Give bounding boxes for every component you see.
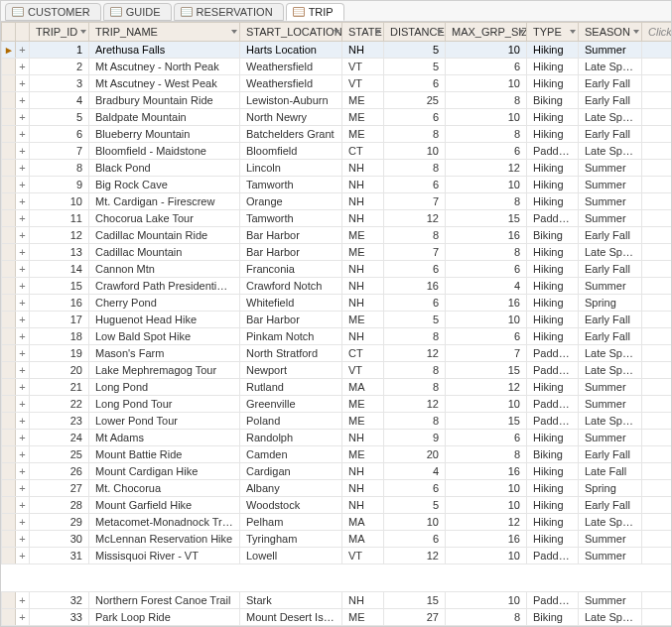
cell-type[interactable]: Hiking xyxy=(527,328,579,345)
tab-customer[interactable]: CUSTOMER xyxy=(5,3,101,21)
record-selector[interactable] xyxy=(2,514,16,531)
cell-state[interactable]: ME xyxy=(342,227,384,244)
table-row[interactable]: +9Big Rock CaveTamworthNH610HikingSummer xyxy=(2,177,673,193)
cell-max-grp-size[interactable]: 12 xyxy=(446,514,527,531)
record-selector[interactable] xyxy=(2,75,16,92)
cell-start-location[interactable]: Bloomfield xyxy=(240,143,342,160)
cell-state[interactable]: CT xyxy=(342,345,384,362)
cell-distance[interactable]: 5 xyxy=(384,312,446,328)
cell-click-to-add[interactable] xyxy=(642,75,673,92)
cell-state[interactable]: MA xyxy=(342,379,384,396)
cell-trip-id[interactable]: 20 xyxy=(30,362,89,379)
cell-distance[interactable]: 6 xyxy=(384,480,446,497)
expand-button[interactable]: + xyxy=(16,463,30,480)
cell-start-location[interactable]: Cardigan xyxy=(240,463,342,480)
cell-start-location[interactable]: Harts Location xyxy=(240,42,342,59)
cell-state[interactable]: ME xyxy=(342,109,384,126)
expand-button[interactable]: + xyxy=(16,592,30,609)
col-trip-name[interactable]: TRIP_NAME xyxy=(89,23,240,42)
record-selector[interactable] xyxy=(2,548,16,564)
record-selector[interactable] xyxy=(2,531,16,548)
cell-type[interactable]: Biking xyxy=(527,227,579,244)
cell-start-location[interactable]: Franconia xyxy=(240,261,342,278)
cell-start-location[interactable]: Poland xyxy=(240,413,342,430)
cell-state[interactable]: NH xyxy=(342,42,384,59)
cell-trip-name[interactable]: Mount Garfield Hike xyxy=(89,497,240,514)
cell-type[interactable]: Hiking xyxy=(527,497,579,514)
cell-max-grp-size[interactable]: 8 xyxy=(446,609,527,626)
expand-button[interactable]: + xyxy=(16,548,30,564)
cell-season[interactable]: Late Spring xyxy=(579,362,642,379)
col-click-to-add[interactable]: Click to Add xyxy=(642,23,673,42)
expand-button[interactable]: + xyxy=(16,480,30,497)
cell-trip-name[interactable]: Long Pond Tour xyxy=(89,396,240,413)
cell-state[interactable]: MA xyxy=(342,531,384,548)
cell-trip-id[interactable]: 31 xyxy=(30,548,89,564)
cell-start-location[interactable]: Randolph xyxy=(240,430,342,446)
record-selector[interactable] xyxy=(2,497,16,514)
cell-type[interactable]: Paddling xyxy=(527,592,579,609)
cell-distance[interactable]: 10 xyxy=(384,143,446,160)
expand-button[interactable]: + xyxy=(16,143,30,160)
cell-click-to-add[interactable] xyxy=(642,609,673,626)
cell-trip-id[interactable]: 3 xyxy=(30,75,89,92)
cell-start-location[interactable]: Pinkam Notch xyxy=(240,328,342,345)
cell-trip-name[interactable]: Mt. Cardigan - Firescrew xyxy=(89,193,240,210)
cell-start-location[interactable]: Albany xyxy=(240,480,342,497)
cell-season[interactable]: Summer xyxy=(579,210,642,227)
cell-type[interactable]: Paddling xyxy=(527,345,579,362)
cell-type[interactable]: Paddling xyxy=(527,210,579,227)
record-selector[interactable] xyxy=(2,109,16,126)
cell-trip-name[interactable]: Long Pond xyxy=(89,379,240,396)
cell-trip-name[interactable]: Big Rock Cave xyxy=(89,177,240,193)
cell-max-grp-size[interactable]: 7 xyxy=(446,345,527,362)
cell-type[interactable]: Hiking xyxy=(527,278,579,295)
cell-trip-id[interactable]: 26 xyxy=(30,463,89,480)
record-selector[interactable] xyxy=(2,126,16,143)
expand-button[interactable]: + xyxy=(16,430,30,446)
cell-type[interactable]: Hiking xyxy=(527,75,579,92)
cell-state[interactable]: ME xyxy=(342,92,384,109)
cell-season[interactable]: Late Spring xyxy=(579,244,642,261)
cell-state[interactable]: ME xyxy=(342,312,384,328)
cell-trip-id[interactable]: 32 xyxy=(30,592,89,609)
cell-max-grp-size[interactable]: 6 xyxy=(446,143,527,160)
cell-trip-id[interactable]: 15 xyxy=(30,278,89,295)
cell-trip-name[interactable]: Bloomfield - Maidstone xyxy=(89,143,240,160)
cell-season[interactable]: Late Spring xyxy=(579,59,642,75)
cell-type[interactable]: Paddling xyxy=(527,413,579,430)
cell-distance[interactable]: 5 xyxy=(384,42,446,59)
cell-max-grp-size[interactable]: 8 xyxy=(446,244,527,261)
record-selector[interactable] xyxy=(2,177,16,193)
cell-click-to-add[interactable] xyxy=(642,430,673,446)
cell-trip-id[interactable]: 9 xyxy=(30,177,89,193)
cell-max-grp-size[interactable]: 6 xyxy=(446,59,527,75)
cell-trip-id[interactable]: 21 xyxy=(30,379,89,396)
cell-distance[interactable]: 6 xyxy=(384,75,446,92)
cell-type[interactable]: Paddling xyxy=(527,548,579,564)
table-row[interactable]: +13Cadillac MountainBar HarborME78Hiking… xyxy=(2,244,673,261)
cell-max-grp-size[interactable]: 10 xyxy=(446,497,527,514)
cell-season[interactable]: Late Spring xyxy=(579,609,642,626)
cell-state[interactable]: NH xyxy=(342,328,384,345)
cell-start-location[interactable]: Tyringham xyxy=(240,531,342,548)
cell-distance[interactable]: 9 xyxy=(384,430,446,446)
table-row[interactable]: +16Cherry PondWhitefieldNH616HikingSprin… xyxy=(2,295,673,312)
cell-click-to-add[interactable] xyxy=(642,362,673,379)
col-max-grp-size[interactable]: MAX_GRP_SIZE xyxy=(446,23,527,42)
cell-trip-id[interactable]: 11 xyxy=(30,210,89,227)
expand-button[interactable]: + xyxy=(16,345,30,362)
cell-distance[interactable]: 6 xyxy=(384,177,446,193)
cell-max-grp-size[interactable]: 16 xyxy=(446,531,527,548)
cell-click-to-add[interactable] xyxy=(642,227,673,244)
table-row[interactable]: +26Mount Cardigan HikeCardiganNH416Hikin… xyxy=(2,463,673,480)
table-row[interactable]: +3Mt Ascutney - West PeakWeathersfieldVT… xyxy=(2,75,673,92)
expand-button[interactable]: + xyxy=(16,244,30,261)
expand-button[interactable]: + xyxy=(16,379,30,396)
cell-click-to-add[interactable] xyxy=(642,193,673,210)
record-selector[interactable] xyxy=(2,430,16,446)
cell-state[interactable]: NH xyxy=(342,497,384,514)
cell-trip-name[interactable]: Black Pond xyxy=(89,160,240,177)
cell-trip-name[interactable]: Huguenot Head Hike xyxy=(89,312,240,328)
record-selector[interactable] xyxy=(2,295,16,312)
